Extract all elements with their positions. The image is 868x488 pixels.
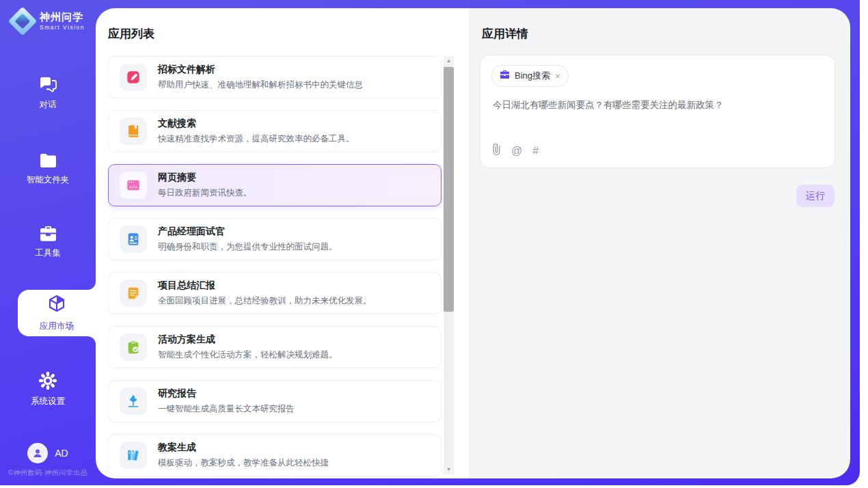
scroll-up-arrow[interactable]: ▲ <box>444 56 454 66</box>
composer-toolbar: @ # <box>492 144 539 158</box>
app-detail-panel: 应用详情 Bing搜索 × 今日湖北有哪些新闻要点？有哪些需要关注的最新政策？ … <box>469 8 850 478</box>
books-icon <box>120 442 147 469</box>
svg-text:</>: </> <box>129 185 137 190</box>
toolbox-icon <box>39 226 57 241</box>
sidebar-item-label: 工具集 <box>35 247 61 259</box>
brand-name: 神州问学 <box>40 12 85 23</box>
app-card-list: 招标文件解析 帮助用户快速、准确地理解和解析招标书中的关键信息 文献搜索 快速精… <box>108 56 443 478</box>
browser-code-icon: </> <box>120 172 147 199</box>
app-card-research-report[interactable]: 研究报告 一键智能生成高质量长文本研究报告 <box>108 380 442 422</box>
app-card-name: 网页摘要 <box>158 172 252 184</box>
tool-tag-bing-search[interactable]: Bing搜索 × <box>491 65 569 87</box>
prompt-query-text[interactable]: 今日湖北有哪些新闻要点？有哪些需要关注的最新政策？ <box>493 99 822 111</box>
attachment-icon[interactable] <box>492 144 501 158</box>
app-card-desc: 快速精准查找学术资源，提高研究效率的必备工具。 <box>158 133 355 145</box>
avatar <box>27 443 48 463</box>
user-initials: AD <box>55 448 68 459</box>
run-button[interactable]: 运行 <box>796 185 835 207</box>
app-card-name: 产品经理面试官 <box>158 226 338 238</box>
app-card-bid-analysis[interactable]: 招标文件解析 帮助用户快速、准确地理解和解析招标书中的关键信息 <box>108 56 442 98</box>
sidebar-footer-credit: ©神州数码·神州问学出品 <box>0 468 96 478</box>
app-card-desc: 帮助用户快速、准确地理解和解析招标书中的关键信息 <box>158 79 363 91</box>
note-icon <box>120 280 147 307</box>
sidebar-item-label: 系统设置 <box>31 396 65 407</box>
app-card-name: 文献搜索 <box>158 118 355 130</box>
app-card-desc: 模板驱动，教案秒成，教学准备从此轻松快捷 <box>158 457 329 469</box>
ink-icon <box>120 388 147 415</box>
pen-square-icon <box>120 64 147 91</box>
brand-logo-icon <box>11 10 34 33</box>
cube-icon <box>46 294 67 316</box>
app-card-web-summary[interactable]: </> 网页摘要 每日政府新闻资讯快查。 <box>108 164 442 206</box>
app-card-name: 招标文件解析 <box>158 64 363 76</box>
app-card-name: 项目总结汇报 <box>158 280 372 292</box>
app-card-literature-search[interactable]: 文献搜索 快速精准查找学术资源，提高研究效率的必备工具。 <box>108 110 442 152</box>
folder-icon <box>39 153 57 168</box>
sidebar-item-label: 应用市场 <box>40 321 74 332</box>
app-card-project-summary[interactable]: 项目总结汇报 全面回顾项目进展，总结经验教训，助力未来优化发展。 <box>108 272 442 314</box>
app-card-desc: 每日政府新闻资讯快查。 <box>158 187 252 199</box>
clipboard-check-icon <box>120 334 147 361</box>
book-icon <box>120 118 147 145</box>
gear-icon <box>39 372 57 390</box>
user-account[interactable]: AD <box>0 443 96 463</box>
app-card-name: 活动方案生成 <box>158 334 338 346</box>
app-list-title: 应用列表 <box>108 26 154 42</box>
close-icon[interactable]: × <box>555 72 560 81</box>
sidebar-item-toolset[interactable]: 工具集 <box>0 226 96 259</box>
app-card-lesson-plan[interactable]: 教案生成 模板驱动，教案秒成，教学准备从此轻松快捷 <box>108 434 442 476</box>
main-content: 应用列表 招标文件解析 帮助用户快速、准确地理解和解析招标书中的关键信息 <box>96 8 850 478</box>
app-card-desc: 全面回顾项目进展，总结经验教训，助力未来优化发展。 <box>158 295 372 307</box>
scrollbar-thumb[interactable] <box>444 67 454 312</box>
chat-icon <box>39 77 57 93</box>
brand-subtitle: Smart Vision <box>40 25 85 31</box>
sidebar-item-label: 对话 <box>40 99 57 111</box>
sidebar-item-smart-folder[interactable]: 智能文件夹 <box>0 153 96 186</box>
briefcase-icon <box>500 70 510 82</box>
app-card-name: 教案生成 <box>158 442 329 454</box>
sidebar-item-settings[interactable]: 系统设置 <box>0 372 96 407</box>
app-card-desc: 明确身份和职责，为您提供专业性的面试问题。 <box>158 241 338 253</box>
scroll-down-arrow[interactable]: ▼ <box>444 465 454 474</box>
resume-icon <box>120 226 147 253</box>
sidebar-item-chat[interactable]: 对话 <box>0 77 96 111</box>
app-card-desc: 智能生成个性化活动方案，轻松解决规划难题。 <box>158 349 338 361</box>
app-list-panel: 应用列表 招标文件解析 帮助用户快速、准确地理解和解析招标书中的关键信息 <box>96 8 469 478</box>
tool-tag-label: Bing搜索 <box>515 70 550 82</box>
hash-icon[interactable]: # <box>532 146 539 157</box>
app-card-desc: 一键智能生成高质量长文本研究报告 <box>158 403 295 415</box>
sidebar-item-app-market[interactable]: 应用市场 <box>18 290 96 336</box>
app-card-event-plan[interactable]: 活动方案生成 智能生成个性化活动方案，轻松解决规划难题。 <box>108 326 442 368</box>
app-card-name: 研究报告 <box>158 388 295 400</box>
app-card-pm-interviewer[interactable]: 产品经理面试官 明确身份和职责，为您提供专业性的面试问题。 <box>108 218 442 260</box>
brand-logo: 神州问学 Smart Vision <box>0 10 96 33</box>
sidebar: 神州问学 Smart Vision 对话 智能文件夹 工具集 <box>0 0 96 485</box>
prompt-editor-card[interactable]: Bing搜索 × 今日湖北有哪些新闻要点？有哪些需要关注的最新政策？ @ # <box>480 55 835 168</box>
sidebar-item-label: 智能文件夹 <box>27 174 70 186</box>
app-window: 神州问学 Smart Vision 对话 智能文件夹 工具集 <box>0 0 868 488</box>
app-list-scrollbar[interactable]: ▲ ▼ <box>444 56 454 474</box>
mention-icon[interactable]: @ <box>511 146 522 157</box>
app-detail-title: 应用详情 <box>482 26 528 42</box>
